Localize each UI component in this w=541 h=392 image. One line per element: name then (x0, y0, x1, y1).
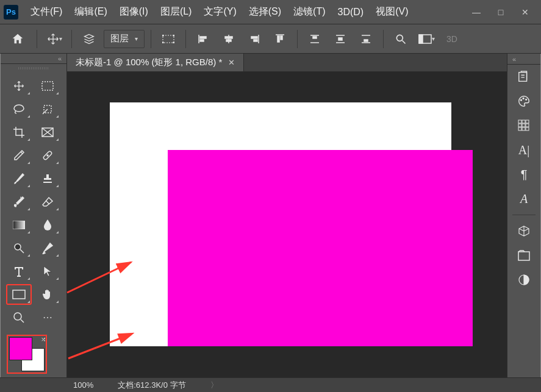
align-top-button[interactable] (269, 28, 291, 50)
zoom-level[interactable]: 100% (73, 380, 93, 390)
move-icon (47, 33, 59, 45)
menu-type[interactable]: 文字(Y) (198, 2, 242, 22)
tool-type[interactable] (7, 262, 31, 281)
tool-blur[interactable] (35, 215, 60, 235)
maximize-button[interactable]: □ (489, 4, 513, 21)
svg-rect-16 (281, 36, 282, 40)
tool-pen[interactable] (35, 238, 60, 258)
svg-rect-48 (522, 120, 525, 123)
menu-image[interactable]: 图像(I) (113, 2, 154, 22)
tool-hand[interactable] (35, 285, 60, 304)
tool-eraser[interactable] (35, 192, 60, 212)
magic-wand-icon (41, 103, 54, 115)
move-tool-indicator[interactable]: ▾ (43, 28, 65, 50)
align-left-button[interactable] (192, 28, 214, 50)
tool-healing[interactable] (35, 146, 60, 165)
distribute-bottom-button[interactable] (355, 28, 377, 50)
panel-glyphs[interactable]: A (507, 187, 540, 211)
screen-mode-button[interactable]: ▾ (415, 28, 437, 50)
panel-history[interactable] (507, 65, 540, 89)
history-icon (517, 70, 531, 84)
svg-rect-56 (518, 252, 529, 260)
color-swatches[interactable]: ⤭ (9, 337, 45, 371)
tool-eyedropper[interactable] (7, 146, 31, 165)
svg-point-26 (396, 35, 403, 41)
transform-controls-button[interactable] (157, 28, 179, 50)
tool-stamp[interactable] (35, 169, 60, 188)
tool-rectangle[interactable] (7, 285, 31, 304)
menu-layer[interactable]: 图层(L) (154, 2, 198, 22)
3d-mode-button[interactable]: 3D (441, 28, 463, 50)
panel-swatches[interactable] (507, 113, 540, 138)
document-info[interactable]: 文档:612.3K/0 字节 (118, 380, 185, 391)
menu-3d[interactable]: 3D(D) (332, 3, 370, 21)
minimize-button[interactable]: — (464, 4, 489, 21)
tool-history-brush[interactable] (7, 192, 31, 212)
document-tab-bar: 未标题-1 @ 100% (矩形 1, RGB/8) * ✕ (67, 54, 507, 72)
type-icon (13, 266, 24, 277)
tool-brush[interactable] (7, 169, 31, 188)
search-icon (395, 33, 407, 45)
panel-adjustments[interactable] (507, 268, 540, 292)
document-area: 未标题-1 @ 100% (矩形 1, RGB/8) * ✕ (67, 54, 507, 377)
tool-zoom[interactable] (7, 308, 31, 327)
svg-rect-12 (251, 37, 257, 38)
align-right-icon (249, 34, 260, 45)
chevron-down-icon: ▾ (59, 35, 62, 42)
tool-edit-toolbar[interactable]: ⋯ (35, 308, 60, 327)
panel-paragraph[interactable]: ¶ (507, 162, 540, 187)
rectangle-shape[interactable] (168, 150, 473, 346)
layers-stack-button[interactable] (78, 28, 100, 50)
toolbox-collapse[interactable]: « (1, 54, 66, 64)
svg-rect-40 (13, 290, 25, 299)
distribute-top-button[interactable] (304, 28, 326, 50)
menu-filter[interactable]: 滤镜(T) (287, 2, 331, 22)
panel-color[interactable] (507, 89, 540, 113)
canvas-viewport[interactable] (67, 72, 507, 377)
foreground-color-swatch[interactable] (9, 337, 32, 360)
tool-dodge[interactable] (7, 238, 31, 258)
align-hcenter-button[interactable] (218, 28, 240, 50)
tool-crop[interactable] (7, 123, 31, 142)
home-button[interactable] (5, 28, 30, 50)
tool-frame[interactable] (35, 123, 60, 142)
align-right-button[interactable] (243, 28, 265, 50)
lasso-icon (13, 104, 25, 115)
svg-rect-4 (173, 42, 174, 43)
distribute-vcenter-button[interactable] (329, 28, 351, 50)
svg-rect-49 (526, 120, 529, 123)
app-logo: Ps (4, 5, 18, 20)
menu-file[interactable]: 文件(F) (24, 2, 68, 22)
tool-path-select[interactable] (35, 262, 60, 281)
svg-rect-37 (13, 221, 25, 229)
menu-edit[interactable]: 编辑(E) (68, 2, 113, 22)
svg-rect-13 (254, 40, 257, 41)
document-tab[interactable]: 未标题-1 @ 100% (矩形 1, RGB/8) * ✕ (67, 54, 244, 71)
close-window-button[interactable]: ✕ (513, 4, 537, 21)
swap-colors-icon[interactable]: ⤭ (41, 336, 46, 343)
layer-target-dropdown[interactable]: 图层 ▾ (104, 30, 145, 48)
search-button[interactable] (390, 28, 412, 50)
panel-grip[interactable] (1, 64, 66, 73)
svg-point-38 (15, 244, 21, 250)
panel-character[interactable]: A| (507, 138, 540, 162)
tool-move[interactable] (7, 76, 31, 96)
window-controls: — □ ✕ (464, 4, 537, 21)
svg-rect-54 (522, 127, 525, 130)
tool-gradient[interactable] (7, 215, 31, 235)
tool-lasso[interactable] (7, 99, 31, 119)
svg-rect-47 (518, 120, 521, 123)
close-tab-button[interactable]: ✕ (228, 58, 235, 67)
tool-marquee[interactable] (35, 76, 60, 96)
right-collapse[interactable]: « (507, 54, 540, 65)
svg-rect-50 (518, 124, 521, 127)
layers-icon (83, 33, 95, 45)
tool-quick-select[interactable] (35, 99, 60, 119)
status-chevron[interactable]: 〉 (210, 380, 218, 391)
panel-libraries[interactable] (507, 243, 540, 268)
menu-view[interactable]: 视图(V) (370, 2, 414, 22)
panel-3d[interactable] (507, 219, 540, 243)
gradient-icon (13, 221, 25, 229)
menu-select[interactable]: 选择(S) (243, 2, 287, 22)
svg-rect-53 (518, 127, 521, 130)
